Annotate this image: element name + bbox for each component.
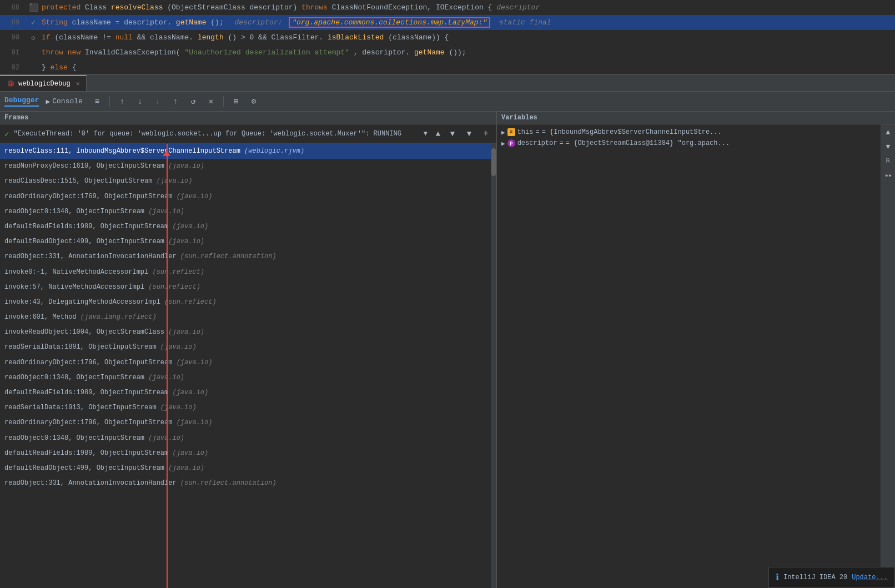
frame-location-19: readObject0:1348, ObjectInputStream xyxy=(4,434,148,442)
frame-location-6: defaultReadObject:499, ObjectInputStream xyxy=(4,238,168,245)
frame-item-9[interactable]: invoke:57, NativeMethodAccessorImpl (sun… xyxy=(0,280,496,295)
frame-package-14: (java.io) xyxy=(177,359,213,366)
line-number-90: 90 xyxy=(0,34,25,42)
frame-package-20: (java.io) xyxy=(172,449,208,457)
frame-item-1[interactable]: readNonProxyDesc:1610, ObjectInputStream… xyxy=(0,159,496,174)
step-over-button[interactable]: ↑ xyxy=(114,94,130,109)
frame-location-10: invoke:43, DelegatingMethodAccessorImpl xyxy=(4,298,164,306)
line-content-88: protected Class resolveClass (ObjectStre… xyxy=(42,3,895,12)
frame-location-13: readSerialData:1891, ObjectInputStream xyxy=(4,343,160,351)
frame-package-7: (sun.reflect.annotation) xyxy=(180,253,276,260)
frame-package-5: (java.io) xyxy=(172,223,208,230)
bottom-notification: ℹ IntelliJ IDEA 20 Update... xyxy=(768,567,895,588)
nav-down-button[interactable]: ▼ xyxy=(446,128,459,140)
line-number-88: 88 xyxy=(0,4,25,12)
frame-item-14[interactable]: readOrdinaryObject:1796, ObjectInputStre… xyxy=(0,355,496,370)
var-classname: className = descriptor. xyxy=(72,18,172,27)
frame-location-5: defaultReadFields:1989, ObjectInputStrea… xyxy=(4,223,172,230)
frame-package-9: (sun.reflect) xyxy=(148,283,200,291)
frame-item-16[interactable]: defaultReadFields:1989, ObjectInputStrea… xyxy=(0,385,496,400)
restore-layout-button[interactable]: ⊞ xyxy=(228,94,244,109)
evaluate-expression-button[interactable]: 👓 xyxy=(883,170,894,181)
thread-dropdown-icon[interactable]: ▼ xyxy=(424,130,428,138)
filter-button[interactable]: ▼ xyxy=(463,128,475,140)
frame-location-14: readOrdinaryObject:1796, ObjectInputStre… xyxy=(4,359,177,366)
frame-item-8[interactable]: invoke0:-1, NativeMethodAccessorImpl (su… xyxy=(0,265,496,280)
nav-up-button[interactable]: ▲ xyxy=(432,128,444,140)
step-out-button[interactable]: ↓ xyxy=(150,94,165,109)
arrow-icon-88: ⬛ xyxy=(29,3,38,12)
nav-buttons: ▲ ▼ xyxy=(432,128,459,140)
frame-item-5[interactable]: defaultReadFields:1989, ObjectInputStrea… xyxy=(0,219,496,234)
settings-button[interactable]: ⚙ xyxy=(246,94,262,109)
run-to-cursor-button[interactable]: ↺ xyxy=(185,94,201,109)
frame-item-20[interactable]: defaultReadFields:1989, ObjectInputStrea… xyxy=(0,446,496,461)
step-into-button[interactable]: ↓ xyxy=(132,94,148,109)
condition: (className != xyxy=(54,33,115,42)
frame-item-19[interactable]: readObject0:1348, ObjectInputStream (jav… xyxy=(0,431,496,446)
menu-icon[interactable]: ≡ xyxy=(89,94,105,109)
frame-item-11[interactable]: invoke:601, Method (java.lang.reflect) xyxy=(0,310,496,325)
frame-location-4: readObject0:1348, ObjectInputStream xyxy=(4,208,148,215)
scroll-up-button[interactable]: ▲ xyxy=(883,127,894,138)
inline-hint: descriptor: xyxy=(235,18,287,27)
method-getname2: getName xyxy=(414,48,445,57)
evaluate-button[interactable]: ✕ xyxy=(203,94,219,109)
keyword-string: String xyxy=(42,18,72,27)
console-tab[interactable]: ▶ Console xyxy=(46,97,82,106)
frames-header: Frames xyxy=(0,112,496,124)
params: (ObjectStreamClass descriptor) xyxy=(167,3,301,12)
tab-bar: 🐞 weblogicDebug ✕ xyxy=(0,75,895,92)
frame-item-18[interactable]: readOrdinaryObject:1796, ObjectInputStre… xyxy=(0,415,496,430)
variables-header: Variables xyxy=(497,112,895,124)
frame-item-6[interactable]: defaultReadObject:499, ObjectInputStream… xyxy=(0,234,496,249)
code-line-92: 92 } else { xyxy=(0,60,895,75)
var-expand-descriptor[interactable]: ▶ xyxy=(501,140,505,147)
frame-item-4[interactable]: readObject0:1348, ObjectInputStream (jav… xyxy=(0,204,496,219)
tab-weblogicdebug[interactable]: 🐞 weblogicDebug ✕ xyxy=(0,75,87,91)
frame-item-21[interactable]: defaultReadObject:499, ObjectInputStream… xyxy=(0,461,496,476)
line-content-89: String className = descriptor. getName (… xyxy=(42,18,895,27)
frame-item-22[interactable]: readObject:331, AnnotationInvocationHand… xyxy=(0,476,496,491)
gutter-diamond-90: ◇ xyxy=(31,33,36,42)
var-icon-descriptor: p xyxy=(507,139,515,147)
frame-item-12[interactable]: invokeReadObject:1004, ObjectStreamClass… xyxy=(0,325,496,340)
frames-scrollbar-thumb[interactable] xyxy=(491,148,496,176)
frame-location-2: readClassDesc:1515, ObjectInputStream xyxy=(4,177,157,185)
cond2: && className. xyxy=(137,33,193,42)
frame-item-17[interactable]: readSerialData:1913, ObjectInputStream (… xyxy=(0,400,496,415)
frame-item-10[interactable]: invoke:43, DelegatingMethodAccessorImpl … xyxy=(0,295,496,310)
frame-item-13[interactable]: readSerialData:1891, ObjectInputStream (… xyxy=(0,340,496,355)
frame-location-20: defaultReadFields:1989, ObjectInputStrea… xyxy=(4,449,172,457)
var-equals-descriptor: = xyxy=(560,139,564,147)
breakpoint-check-89: ✓ xyxy=(31,18,36,27)
frame-package-19: (java.io) xyxy=(148,434,184,442)
var-expand-this[interactable]: ▶ xyxy=(501,129,505,136)
copy-variable-button[interactable]: ⎘ xyxy=(883,155,894,167)
frame-item-15[interactable]: readObject0:1348, ObjectInputStream (jav… xyxy=(0,370,496,385)
variable-row-this[interactable]: ▶ ≡ this = = {InboundMsgAbbrev$ServerCha… xyxy=(497,127,881,138)
else-block: } xyxy=(42,63,51,72)
frame-item-0[interactable]: resolveClass:111, InboundMsgAbbrev$Serve… xyxy=(0,144,496,159)
line-gutter-89: ✓ xyxy=(25,18,42,27)
frame-package-4: (java.io) xyxy=(148,208,184,215)
frame-package-22: (sun.reflect.annotation) xyxy=(180,479,276,487)
step-back-button[interactable]: ↑ xyxy=(168,94,183,109)
add-button[interactable]: + xyxy=(480,128,492,140)
frame-package-18: (java.io) xyxy=(177,419,213,426)
scroll-down-button[interactable]: ▼ xyxy=(883,141,894,152)
tab-label: weblogicDebug xyxy=(18,80,71,88)
frame-item-3[interactable]: readOrdinaryObject:1769, ObjectInputStre… xyxy=(0,189,496,204)
debugger-main: Frames ✓ "ExecuteThread: '0' for queue: … xyxy=(0,112,895,588)
debugger-tab[interactable]: Debugger xyxy=(4,96,39,107)
tab-close-button[interactable]: ✕ xyxy=(76,80,80,87)
notification-update-link[interactable]: Update... xyxy=(852,574,888,581)
frame-item-7[interactable]: readObject:331, AnnotationInvocationHand… xyxy=(0,249,496,264)
variable-row-descriptor[interactable]: ▶ p descriptor = = {ObjectStreamClass@11… xyxy=(497,138,881,149)
frame-location-1: readNonProxyDesc:1610, ObjectInputStream xyxy=(4,162,168,170)
code-line-89: 89 ✓ String className = descriptor. getN… xyxy=(0,15,895,30)
frames-list[interactable]: resolveClass:111, InboundMsgAbbrev$Serve… xyxy=(0,144,496,588)
frames-scrollbar[interactable] xyxy=(491,144,496,588)
frame-item-2[interactable]: readClassDesc:1515, ObjectInputStream (j… xyxy=(0,174,496,189)
keyword-new: new xyxy=(68,48,85,57)
